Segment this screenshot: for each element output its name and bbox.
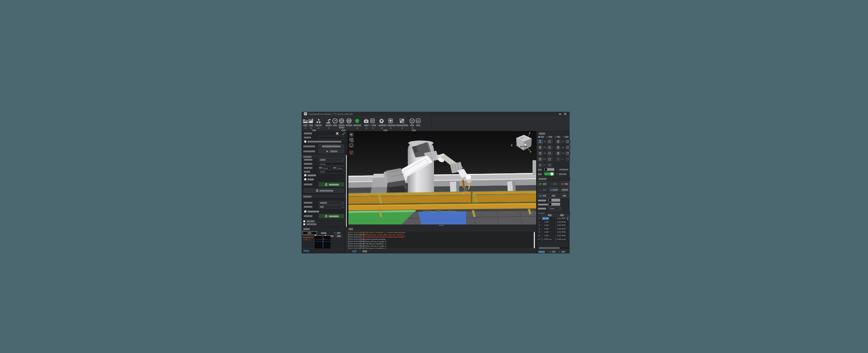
svg-text:Z: Z: [529, 132, 530, 134]
svg-text:?: ?: [411, 119, 413, 123]
